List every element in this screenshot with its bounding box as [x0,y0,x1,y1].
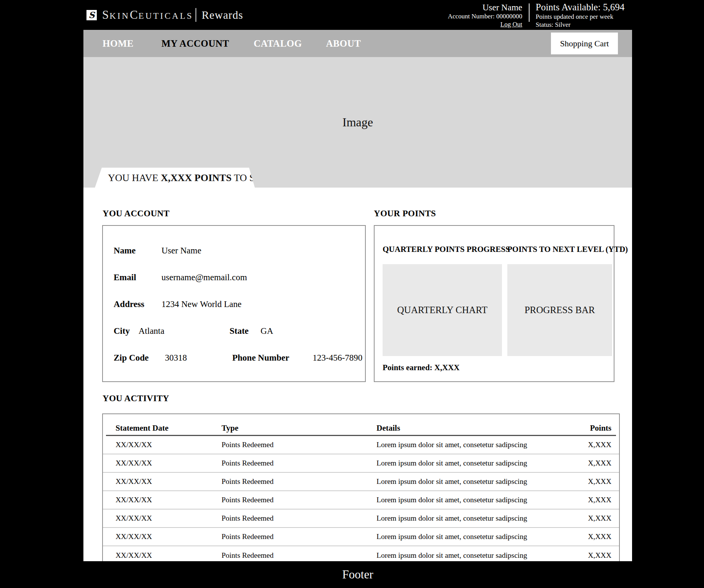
skinceuticals-logo-icon: S [86,10,97,20]
table-row: XX/XX/XX Points Redeemed Lorem ipsum dol… [103,436,619,454]
header-user-block: User Name Account Number: 00000000 Log O… [448,2,522,28]
cell-details: Lorem ipsum dolor sit amet, consetetur s… [376,477,527,486]
cell-statement-date: XX/XX/XX [116,477,152,486]
points-to-spend-banner: YOU HAVE X,XXX POINTS TO SPEND [95,168,255,188]
table-row: XX/XX/XX Points Redeemed Lorem ipsum dol… [103,491,619,510]
cell-points: X,XXX [588,477,611,486]
logout-link[interactable]: Log Out [500,20,522,28]
account-row-name: Name User Name [114,237,365,264]
account-section-title: YOU ACCOUNT [103,209,169,219]
page: S SKINCEUTICALS Rewards User Name Accoun… [0,0,704,588]
cell-type: Points Redeemed [222,514,274,523]
points-updated-note: Points updated once per week [536,13,624,21]
user-name: User Name [448,2,522,13]
table-row: XX/XX/XX Points Redeemed Lorem ipsum dol… [103,546,619,561]
cell-statement-date: XX/XX/XX [116,459,152,467]
quarterly-progress-label: QUARTERLY POINTS PROGRESS [383,245,510,254]
address-label: Address [114,299,161,309]
brand-wordmark: SKINCEUTICALS [102,8,193,22]
shopping-cart-button[interactable]: Shopping Cart [551,33,618,54]
email-value: username@memail.com [161,273,247,283]
account-row-city-state: City Atlanta State GA [114,318,365,345]
cell-type: Points Redeemed [222,496,274,504]
state-label: State [230,326,261,336]
cell-statement-date: XX/XX/XX [116,532,152,541]
cell-points: X,XXX [588,514,611,523]
cell-type: Points Redeemed [222,477,274,486]
cell-details: Lorem ipsum dolor sit amet, consetetur s… [376,496,527,504]
status-badge: Status: Silver [536,21,624,29]
points-section-title: YOUR POINTS [374,209,436,219]
cell-points: X,XXX [588,551,611,560]
table-row: XX/XX/XX Points Redeemed Lorem ipsum dol… [103,454,619,473]
cell-points: X,XXX [588,532,611,541]
cell-points: X,XXX [588,459,611,467]
cell-details: Lorem ipsum dolor sit amet, consetetur s… [376,441,527,449]
cell-statement-date: XX/XX/XX [116,514,152,523]
nav-item-home[interactable]: HOME [103,30,134,57]
cell-type: Points Redeemed [222,551,274,560]
next-level-label: POINTS TO NEXT LEVEL (YTD) [507,245,628,254]
zip-value: 30318 [165,353,232,363]
city-value: Atlanta [139,326,230,336]
cell-type: Points Redeemed [222,532,274,541]
cell-details: Lorem ipsum dolor sit amet, consetetur s… [376,459,527,467]
footer-label: Footer [83,561,632,588]
nav-item-about[interactable]: ABOUT [326,30,361,57]
email-label: Email [114,273,161,283]
activity-section-title: YOU ACTIVITY [103,394,169,403]
top-header: S SKINCEUTICALS Rewards User Name Accoun… [0,0,704,30]
cell-type: Points Redeemed [222,459,274,467]
banner-prefix: YOU HAVE [108,172,161,183]
city-label: City [114,326,139,336]
header-points-block: Points Available: 5,694 Points updated o… [536,2,624,29]
quarterly-chart-placeholder: QUARTERLY CHART [383,264,502,356]
account-row-address: Address 1234 New World Lane [114,291,365,318]
name-label: Name [114,246,161,256]
name-value: User Name [161,246,201,256]
brand-logo[interactable]: S SKINCEUTICALS Rewards [86,0,243,30]
banner-points-value: X,XXX POINTS [161,172,231,183]
cell-statement-date: XX/XX/XX [116,441,152,449]
table-row: XX/XX/XX Points Redeemed Lorem ipsum dol… [103,528,619,546]
cell-points: X,XXX [588,441,611,449]
phone-value: 123-456-7890 [313,353,362,363]
cell-details: Lorem ipsum dolor sit amet, consetetur s… [376,514,527,523]
activity-table-header: Statement Date Type Details Points [103,414,619,435]
progress-bar-placeholder: PROGRESS BAR [507,264,612,356]
column-header-statement-date: Statement Date [116,423,168,433]
account-row-email: Email username@memail.com [114,264,365,291]
points-available: Points Available: 5,694 [536,2,624,13]
column-header-points: Points [590,423,611,433]
column-header-details: Details [376,423,400,433]
logo-divider [196,8,196,22]
table-row: XX/XX/XX Points Redeemed Lorem ipsum dol… [103,473,619,491]
header-divider [529,3,530,22]
nav-item-catalog[interactable]: CATALOG [254,30,302,57]
cell-statement-date: XX/XX/XX [116,496,152,504]
activity-table: Statement Date Type Details Points XX/XX… [102,413,620,561]
phone-label: Phone Number [232,353,313,363]
hero-image-label: Image [342,115,373,129]
main-nav: HOME MY ACCOUNT CATALOG ABOUT Shopping C… [83,30,632,57]
cell-statement-date: XX/XX/XX [116,551,152,560]
activity-rows: XX/XX/XX Points Redeemed Lorem ipsum dol… [103,436,619,561]
cell-details: Lorem ipsum dolor sit amet, consetetur s… [376,532,527,541]
cell-type: Points Redeemed [222,441,274,449]
account-row-zip-phone: Zip Code 30318 Phone Number 123-456-7890 [114,345,365,371]
your-points-box: QUARTERLY POINTS PROGRESS POINTS TO NEXT… [374,225,614,382]
zip-label: Zip Code [114,353,165,363]
address-value: 1234 New World Lane [161,299,241,309]
cell-points: X,XXX [588,496,611,504]
table-row: XX/XX/XX Points Redeemed Lorem ipsum dol… [103,510,619,528]
state-value: GA [261,326,273,336]
column-header-type: Type [222,423,238,433]
nav-item-my-account[interactable]: MY ACCOUNT [161,30,229,57]
account-number: Account Number: 00000000 [448,13,522,20]
product-name: Rewards [202,9,243,21]
account-details-box: Name User Name Email username@memail.com… [102,225,366,382]
points-earned-label: Points earned: X,XXX [383,363,460,372]
page-footer: Footer [0,561,704,588]
cell-details: Lorem ipsum dolor sit amet, consetetur s… [376,551,527,560]
